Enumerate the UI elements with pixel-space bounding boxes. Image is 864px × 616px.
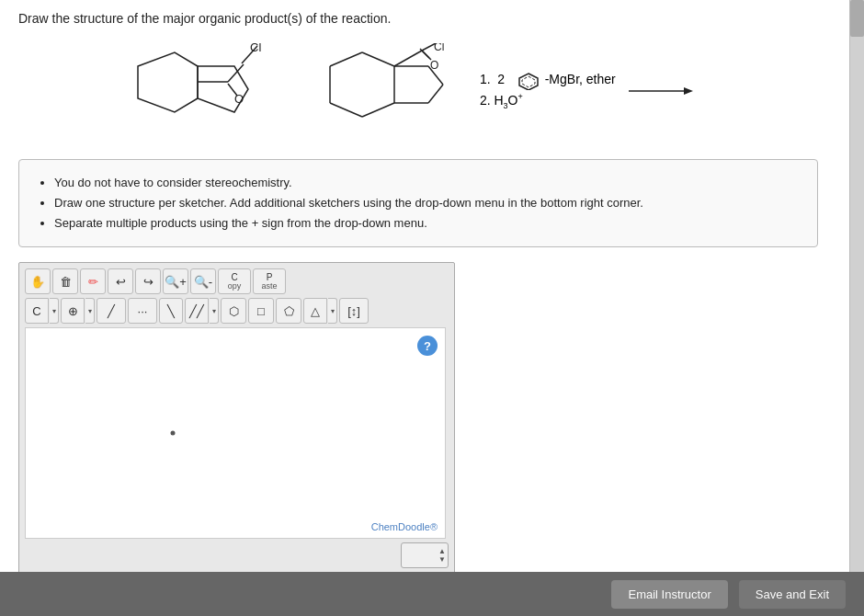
dropdown-empty — [407, 548, 411, 563]
svg-text:Cl: Cl — [250, 40, 261, 54]
shape-select[interactable]: △ ▾ — [303, 298, 337, 324]
bottom-bar: Email Instructor Save and Exit — [0, 572, 864, 616]
svg-line-18 — [394, 51, 422, 66]
info-bullet-1: You do not have to consider stereochemis… — [54, 173, 801, 193]
info-bullet-3: Separate multiple products using the + s… — [54, 213, 801, 234]
product-dropdown[interactable]: ▲ ▼ — [401, 542, 449, 568]
charge-btn[interactable]: C — [25, 298, 49, 324]
chemical-structure: Cl O — [92, 39, 463, 143]
svg-line-3 — [228, 64, 244, 82]
reaction-container: Cl O — [18, 39, 818, 143]
svg-line-7 — [228, 84, 237, 96]
svg-line-16 — [428, 85, 443, 103]
center-dot — [170, 431, 175, 436]
question-text: Draw the structure of the major organic … — [18, 11, 818, 26]
svg-text:Cl: Cl — [434, 43, 444, 53]
svg-line-11 — [362, 103, 394, 117]
toolbar-top: ✋ 🗑 ✏ ↩ ↪ 🔍+ 🔍- C opy P aste — [25, 268, 449, 294]
square-tool[interactable]: □ — [248, 298, 274, 324]
reagent-text: -MgBr, ether — [545, 72, 616, 86]
pentagon-tool[interactable]: ⬠ — [276, 298, 301, 324]
step2: 2. H3O+ — [480, 90, 616, 112]
bond-tool-1[interactable]: ╲ — [159, 298, 183, 324]
zoom-in-tool[interactable]: 🔍+ — [163, 268, 188, 294]
sketcher-footer: ▲ ▼ — [25, 542, 449, 568]
redo-tool[interactable]: ↪ — [135, 268, 161, 294]
toolbar-bottom: C ▾ ⊕ ▾ ╱ ··· ╲ ╱╱ ▾ ⬡ □ ⬠ △ ▾ [↕] — [25, 298, 449, 324]
svg-line-12 — [330, 103, 362, 117]
svg-text:O: O — [430, 59, 438, 72]
bracket-tool[interactable]: [↕] — [339, 298, 369, 324]
save-exit-button[interactable]: Save and Exit — [739, 580, 846, 609]
erase-tool[interactable]: 🗑 — [52, 268, 78, 294]
reaction-arrow — [629, 82, 693, 100]
bond-select[interactable]: ╱╱ ▾ — [185, 298, 219, 324]
hand-tool[interactable]: ✋ — [25, 268, 51, 294]
bond-btn[interactable]: ╱╱ — [185, 298, 209, 324]
scrollbar[interactable] — [849, 0, 864, 572]
atom-select[interactable]: ⊕ ▾ — [61, 298, 95, 324]
undo-tool[interactable]: ↩ — [108, 268, 133, 294]
svg-marker-27 — [684, 87, 693, 95]
info-bullet-2: Draw one structure per sketcher. Add add… — [54, 193, 801, 213]
info-box: You do not have to consider stereochemis… — [18, 159, 818, 247]
paste-tool[interactable]: P aste — [253, 268, 286, 294]
email-instructor-button[interactable]: Email Instructor — [611, 580, 727, 609]
drawing-area[interactable]: ? ChemDoodle® — [25, 327, 446, 539]
shape-btn[interactable]: △ — [303, 298, 327, 324]
charge-arrow[interactable]: ▾ — [50, 298, 59, 324]
chemdoodle-label: ChemDoodle® — [371, 521, 438, 532]
help-button[interactable]: ? — [417, 336, 438, 356]
single-bond-tool[interactable]: ╱ — [97, 298, 126, 324]
bond-arrow[interactable]: ▾ — [210, 298, 219, 324]
lasso-tool[interactable]: ✏ — [80, 268, 106, 294]
atom-btn[interactable]: ⊕ — [61, 298, 85, 324]
hexagon-tool[interactable]: ⬡ — [221, 298, 246, 324]
sketcher-container: ✋ 🗑 ✏ ↩ ↪ 🔍+ 🔍- C opy P aste C ▾ ⊕ — [18, 262, 455, 575]
svg-line-9 — [362, 52, 394, 66]
dropdown-arrows: ▲ ▼ — [438, 547, 446, 564]
svg-marker-25 — [522, 76, 535, 87]
charge-select[interactable]: C ▾ — [25, 298, 59, 324]
atom-arrow[interactable]: ▾ — [85, 298, 95, 324]
copy-tool[interactable]: C opy — [218, 268, 251, 294]
svg-line-20 — [420, 49, 429, 58]
scrollbar-thumb[interactable] — [850, 0, 864, 37]
svg-line-8 — [330, 52, 362, 66]
svg-marker-0 — [138, 52, 198, 112]
zoom-out-tool[interactable]: 🔍- — [190, 268, 216, 294]
reaction-steps: 1. 2 -MgBr, ether 2. H3O+ — [480, 69, 616, 112]
dotted-bond-tool[interactable]: ··· — [128, 298, 157, 324]
step1: 1. 2 -MgBr, ether — [480, 69, 616, 89]
shape-arrow[interactable]: ▾ — [328, 298, 337, 324]
